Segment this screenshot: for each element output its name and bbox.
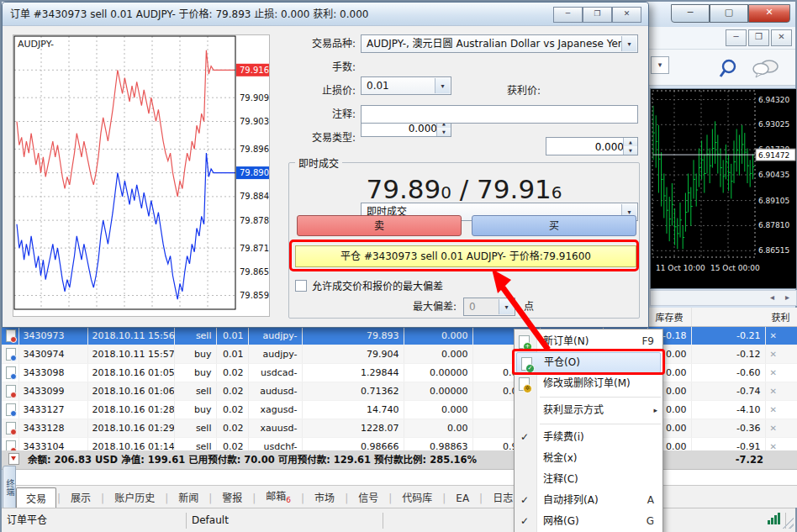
menu-item-税金(x)[interactable]: 税金(x) [515, 448, 662, 469]
menu-shortcut: F9 [641, 331, 654, 352]
terminal-panel-body [16, 470, 797, 486]
balance-summary-text: 余额: 206.83 USD 净值: 199.61 已用预付款: 70.00 可… [28, 454, 477, 466]
close-position-button[interactable]: 平仓 #3430973 sell 0.01 AUDJPY- 于价格:79.916… [295, 245, 636, 267]
dialog-restore-icon[interactable]: ❐ [583, 7, 612, 23]
menu-item-自动排列(A)[interactable]: ✓自动排列(A)A [515, 490, 662, 511]
tab-交易[interactable]: 交易 [16, 487, 56, 508]
toolbar-dropdown-icon[interactable]: ▾ [651, 56, 669, 74]
table-row-order-3433099[interactable]: 34330992018.10.16 01:06:05sell0.02audusd… [2, 382, 797, 401]
svg-text:79.890: 79.890 [240, 168, 269, 177]
tab-EA[interactable]: EA [446, 490, 478, 508]
cell-sl: 0.000 [404, 327, 472, 345]
tab-新闻[interactable]: 新闻 [169, 487, 208, 508]
chevron-down-icon[interactable]: ▾ [621, 36, 636, 51]
maximize-window-icon[interactable]: ▢ [710, 4, 748, 23]
table-row-order-3433128[interactable]: 34331282018.10.16 01:29:01sell0.02xauusd… [2, 419, 797, 438]
tab-警报[interactable]: 警报 [213, 487, 251, 508]
column-header-swap[interactable]: 库存费 [647, 308, 691, 327]
cell-time: 2018.10.16 01:28:57 [87, 401, 174, 419]
volume-select[interactable]: 0.01 ▾ [361, 76, 451, 95]
mdi-restore-icon[interactable]: ❐ [748, 29, 769, 46]
mdi-minimize-icon[interactable]: ─ [726, 29, 747, 46]
cell-lots: 0.01 [216, 327, 248, 345]
svg-text:79.859: 79.859 [240, 291, 269, 300]
comment-field-box [361, 105, 638, 124]
tab-展示[interactable]: 展示 [61, 487, 100, 508]
tab-市场[interactable]: 市场 [305, 487, 344, 508]
tab-邮箱[interactable]: 邮箱6 [256, 486, 300, 508]
cell-order: 3433128 [18, 419, 87, 438]
menu-item-获利显示方式[interactable]: 获利显示方式▸ [515, 400, 662, 421]
cell-symbol: audjpy- [248, 345, 302, 364]
cell-lots: 0.02 [216, 364, 248, 382]
svg-text:79.878: 79.878 [240, 216, 269, 225]
cell-price: 1228.07 [302, 419, 404, 438]
main-window-controls: ─ ▢ ✕ [671, 4, 790, 21]
cell-price: 14.740 [302, 401, 404, 419]
order-buy-icon [6, 403, 16, 416]
close-order-x-icon[interactable]: ✕ [770, 424, 777, 433]
max-deviation-row: 最大偏差: 0 ▾ 点 [288, 298, 640, 316]
tab-代码库[interactable]: 代码库 [393, 487, 441, 508]
cell-sl: 0.00000 [404, 382, 472, 401]
chevron-down-icon[interactable]: ▾ [435, 78, 450, 93]
comment-input[interactable] [362, 106, 637, 123]
table-row-order-3433127[interactable]: 34331272018.10.16 01:28:57buy0.02xagusd-… [2, 401, 797, 419]
tab-账户历史[interactable]: 账户历史 [105, 487, 164, 508]
dialog-close-icon[interactable]: ✕ [612, 7, 641, 23]
menu-item-修改或删除订单(M)[interactable]: ✲修改或删除订单(M) [515, 373, 662, 394]
spin-down-icon[interactable]: ▼ [437, 128, 451, 136]
close-order-x-icon[interactable]: ✕ [770, 368, 777, 377]
take-profit-label: 获利价: [461, 82, 541, 100]
scroll-left-icon[interactable]: ◂ [770, 292, 774, 302]
take-profit-stepper[interactable]: ▲▼ [546, 137, 638, 155]
close-order-x-icon[interactable]: ✕ [770, 405, 777, 414]
max-deviation-select: 0 ▾ [463, 298, 515, 316]
close-order-x-icon[interactable]: ✕ [770, 350, 777, 359]
chart-scrollbar[interactable]: ◂ ▸ [650, 290, 797, 306]
menu-item-平仓(O)[interactable]: ✓平仓(O) [516, 352, 661, 373]
menu-separator [540, 397, 661, 398]
cell-symbol: usdcad- [248, 364, 302, 382]
column-header-profit[interactable]: 获利 [691, 308, 797, 327]
menu-item-手续费(i)[interactable]: ✓手续费(i) [515, 427, 662, 448]
table-row-order-3430973[interactable]: 34309732018.10.11 15:56:55sell0.01audjpy… [2, 327, 797, 345]
mdi-close-icon[interactable]: ✕ [771, 29, 792, 46]
menu-item-注释(C)[interactable]: 注释(C) [515, 469, 662, 490]
cell-time: 2018.10.16 01:29:01 [87, 419, 174, 438]
menu-item-新订单(N)[interactable]: +新订单(N)F9 [515, 331, 662, 352]
table-row-order-3433098[interactable]: 34330982018.10.16 01:05:54buy0.02usdcad-… [2, 364, 797, 382]
minimize-window-icon[interactable]: ─ [671, 4, 710, 23]
zoom-search-icon[interactable] [718, 58, 743, 80]
close-order-x-icon[interactable]: ✕ [770, 331, 777, 340]
cell-order: 3430974 [18, 345, 87, 364]
status-cell-1: Default [187, 513, 383, 529]
cell-sl: 0.00000 [404, 364, 472, 382]
take-profit-input[interactable] [546, 138, 626, 156]
close-order-icon: ✓ [521, 357, 532, 371]
menu-item-网格(G)[interactable]: ✓网格(G)G [515, 511, 662, 532]
tab-信号[interactable]: 信号 [349, 487, 388, 508]
scroll-right-icon[interactable]: ▸ [785, 292, 789, 302]
usdcnh-price-chart[interactable]: 6.943206.930256.917306.904356.891056.878… [650, 88, 797, 289]
close-order-x-icon[interactable]: ✕ [770, 387, 777, 396]
dialog-minimize-icon[interactable]: ─ [553, 7, 583, 23]
dialog-title: 订单 #3430973 sell 0.01 AUDJPY- 于价格: 79.89… [10, 8, 368, 20]
dialog-title-bar[interactable]: 订单 #3430973 sell 0.01 AUDJPY- 于价格: 79.89… [3, 3, 648, 26]
spin-down-icon[interactable]: ▼ [624, 146, 637, 155]
buy-button[interactable]: 买 [472, 215, 636, 236]
cell-price: 0.71362 [302, 382, 404, 401]
menu-shortcut: A [647, 490, 654, 511]
metatrader-main-window: ─ ▢ ✕ ─ ❐ ✕ ▾ 6.943206.930256.917306.904… [0, 0, 797, 532]
close-window-icon[interactable]: ✕ [748, 4, 790, 23]
cell-price: 79.893 [302, 327, 404, 345]
table-row-order-3430974[interactable]: 34309742018.10.11 15:57:08buy0.01audjpy-… [2, 345, 797, 364]
deviation-checkbox[interactable] [295, 280, 307, 292]
symbol-select[interactable]: AUDJPY-, 澳元日圆 Australian Dollar vs Japan… [361, 34, 638, 53]
chat-bubbles-icon[interactable] [752, 58, 781, 80]
svg-text:79.865: 79.865 [240, 267, 269, 277]
symbol-label: 交易品种: [280, 34, 356, 53]
terminal-side-tab[interactable]: 终端 [3, 466, 16, 509]
spin-up-icon[interactable]: ▲ [624, 138, 637, 146]
sell-button[interactable]: 卖 [297, 215, 462, 236]
